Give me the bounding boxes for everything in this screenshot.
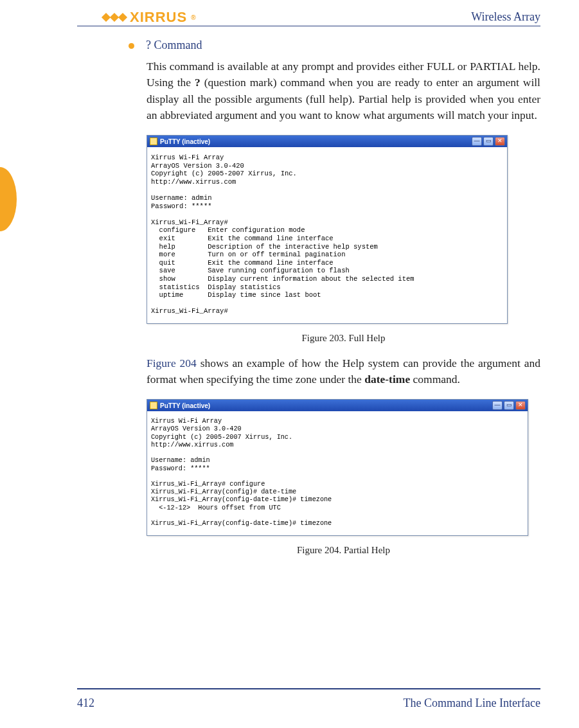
maximize-button[interactable]: ▭ [483,137,494,146]
bullet-heading-row: ? Command [129,39,540,52]
maximize-button[interactable]: ▭ [504,401,514,410]
logo-text: XIRRUS [130,9,187,26]
terminal-output-1: Xirrus Wi-Fi Array ArrayOS Version 3.0-4… [147,147,507,323]
page-footer: 412 The Command Line Interface [77,697,540,710]
brand-logo: XIRRUS® [103,9,197,26]
document-title: Wireless Array [471,10,540,24]
p1-question-mark: ? [195,76,200,89]
putty-titlebar: PuTTY (inactive) — ▭ ✕ [147,136,507,147]
main-content: ? Command This command is available at a… [129,39,540,556]
putty-title-text: PuTTY (inactive) [160,138,210,145]
putty-titlebar-2: PuTTY (inactive) — ▭ ✕ [147,400,528,411]
page-number: 412 [77,697,94,710]
close-button[interactable]: ✕ [515,401,526,410]
page: XIRRUS® Wireless Array ? Command This co… [0,0,579,728]
side-tab-icon [0,167,17,231]
p2-text-b: command. [410,373,460,386]
p1-text-b: (question mark) command when you are rea… [147,76,540,121]
minimize-button[interactable]: — [492,401,503,410]
close-button[interactable]: ✕ [495,137,505,146]
putty-window-partial-help: PuTTY (inactive) — ▭ ✕ Xirrus Wi-Fi Arra… [147,399,528,536]
figure-204-caption: Figure 204. Partial Help [147,545,540,556]
paragraph-1: This command is available at any prompt … [147,58,540,124]
date-time-keyword: date-time [364,373,410,386]
figure-203-caption: Figure 203. Full Help [147,333,540,344]
window-controls-2: — ▭ ✕ [492,401,526,410]
minimize-button[interactable]: — [472,137,482,146]
putty-app-icon [150,138,157,145]
bullet-icon [129,43,134,49]
bullet-heading: ? Command [146,39,202,52]
putty-title-text-2: PuTTY (inactive) [160,402,210,409]
header-rule [77,26,540,26]
paragraph-2: Figure 204 shows an example of how the H… [147,355,540,388]
footer-rule [77,688,540,689]
terminal-output-2: Xirrus Wi-Fi Array ArrayOS Version 3.0-4… [147,411,528,535]
section-name: The Command Line Interface [404,697,540,710]
putty-app-icon [150,402,157,409]
p2-text-a: shows an example of how the Help system … [147,357,540,386]
window-controls: — ▭ ✕ [472,137,505,146]
figure-204-reference[interactable]: Figure 204 [147,357,200,369]
logo-shapes-icon [103,14,126,21]
putty-window-full-help: PuTTY (inactive) — ▭ ✕ Xirrus Wi-Fi Arra… [147,135,508,324]
registered-icon: ® [191,14,196,21]
